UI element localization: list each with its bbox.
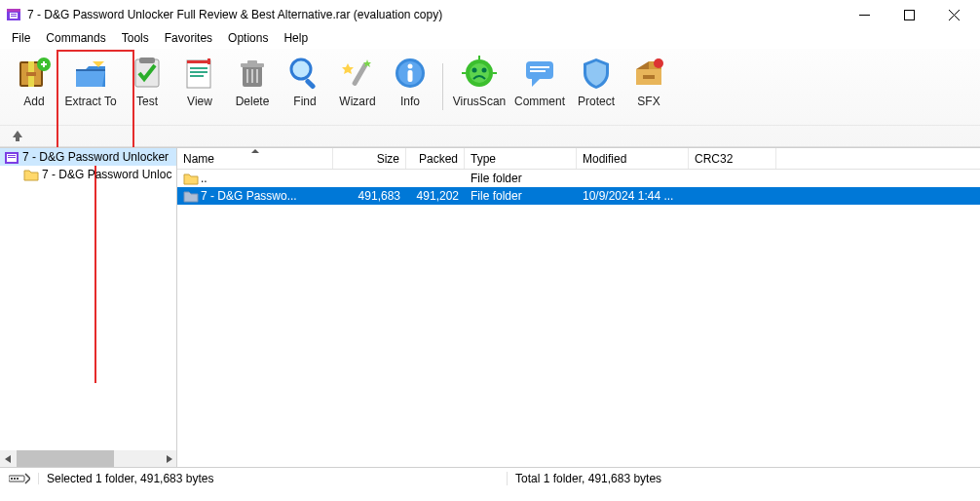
protect-label: Protect <box>578 95 615 108</box>
window-title: 7 - D&G Password Unlocker Full Review & … <box>27 8 842 21</box>
menu-favorites[interactable]: Favorites <box>157 29 220 49</box>
view-button[interactable]: View <box>173 52 226 122</box>
main-split: 7 - D&G Password Unlocker7 - D&G Passwor… <box>0 147 980 467</box>
view-label: View <box>187 95 212 108</box>
svg-rect-1 <box>7 9 20 12</box>
tree-item[interactable]: 7 - D&G Password Unlocker <box>0 148 176 166</box>
list-row[interactable]: ..File folder <box>177 170 980 187</box>
test-label: Test <box>136 95 158 108</box>
find-label: Find <box>293 95 316 108</box>
column-name[interactable]: Name <box>177 148 333 169</box>
svg-rect-15 <box>43 61 45 67</box>
file-list[interactable]: Name Size Packed Type Modified CRC32 ..F… <box>177 148 980 467</box>
extract-to-button[interactable]: Extract To <box>60 52 121 122</box>
svg-rect-59 <box>17 478 19 480</box>
svg-rect-49 <box>643 75 655 79</box>
row-name: 7 - D&G Passwo... <box>201 189 297 203</box>
add-button[interactable]: Add <box>8 52 60 122</box>
svg-rect-21 <box>190 67 207 69</box>
scroll-track[interactable] <box>17 450 160 467</box>
toolbar-separator <box>442 63 443 110</box>
svg-rect-18 <box>139 58 155 63</box>
menu-help[interactable]: Help <box>276 29 316 49</box>
nav-up-row <box>0 125 980 146</box>
column-size[interactable]: Size <box>333 148 406 169</box>
svg-rect-19 <box>187 60 210 88</box>
menu-options[interactable]: Options <box>220 29 276 49</box>
svg-rect-58 <box>14 478 16 480</box>
extract-icon <box>73 56 108 91</box>
delete-icon <box>235 56 270 91</box>
svg-rect-47 <box>530 70 546 72</box>
row-type: File folder <box>465 189 577 203</box>
tree-item-label: 7 - D&G Password Unloc <box>42 168 171 181</box>
svg-point-40 <box>472 68 477 73</box>
row-type: File folder <box>465 172 577 185</box>
column-modified[interactable]: Modified <box>577 148 689 169</box>
comment-icon <box>522 56 557 91</box>
scroll-right-button[interactable] <box>160 450 176 467</box>
protect-icon <box>579 56 614 91</box>
status-security-icon <box>0 473 39 484</box>
menu-bar: File Commands Tools Favorites Options He… <box>0 29 980 49</box>
svg-rect-3 <box>11 14 17 15</box>
tree-item[interactable]: 7 - D&G Password Unloc <box>0 166 176 183</box>
folder-tree[interactable]: 7 - D&G Password Unlocker7 - D&G Passwor… <box>0 148 177 467</box>
toolbar-area: Add Extract To Test View Delete <box>0 49 980 147</box>
sfx-button[interactable]: SFX <box>622 52 675 122</box>
comment-label: Comment <box>514 95 565 108</box>
row-packed: 491,202 <box>406 189 465 203</box>
minimize-button[interactable] <box>842 0 886 29</box>
svg-rect-30 <box>256 69 258 83</box>
archive-icon <box>4 149 19 165</box>
svg-rect-27 <box>247 60 257 64</box>
status-total: Total 1 folder, 491,683 bytes <box>507 472 980 485</box>
column-crc32[interactable]: CRC32 <box>689 148 776 169</box>
status-bar: Selected 1 folder, 491,683 bytes Total 1… <box>0 467 980 488</box>
svg-rect-12 <box>26 72 36 76</box>
toolbar: Add Extract To Test View Delete <box>0 49 980 125</box>
scroll-left-button[interactable] <box>0 450 17 467</box>
view-icon <box>182 56 217 91</box>
folder-icon <box>23 167 39 182</box>
list-row[interactable]: 7 - D&G Passwo...491,683491,202File fold… <box>177 187 980 205</box>
info-button[interactable]: Info <box>384 52 436 122</box>
svg-rect-16 <box>76 69 105 71</box>
test-icon <box>130 56 165 91</box>
svg-rect-57 <box>11 478 13 480</box>
virusscan-button[interactable]: VirusScan <box>449 52 509 122</box>
find-icon <box>287 56 322 91</box>
protect-button[interactable]: Protect <box>570 52 622 122</box>
svg-rect-55 <box>8 157 16 158</box>
add-icon <box>17 56 52 91</box>
svg-rect-29 <box>251 69 253 83</box>
tree-item-label: 7 - D&G Password Unlocker <box>22 150 169 164</box>
test-button[interactable]: Test <box>121 52 173 122</box>
wizard-button[interactable]: Wizard <box>331 52 384 122</box>
window-titlebar: 7 - D&G Password Unlocker Full Review & … <box>0 0 980 29</box>
svg-point-39 <box>470 63 489 83</box>
svg-point-50 <box>654 58 663 68</box>
column-type[interactable]: Type <box>465 148 577 169</box>
menu-tools[interactable]: Tools <box>114 29 157 49</box>
tree-horizontal-scrollbar[interactable] <box>0 450 176 467</box>
info-label: Info <box>400 95 420 108</box>
window-controls <box>842 0 976 29</box>
maximize-button[interactable] <box>886 0 931 29</box>
info-icon <box>393 56 428 91</box>
menu-commands[interactable]: Commands <box>38 29 113 49</box>
close-button[interactable] <box>931 0 976 29</box>
wizard-icon <box>340 56 375 91</box>
svg-rect-37 <box>408 70 413 82</box>
scroll-thumb[interactable] <box>17 450 114 467</box>
nav-up-button[interactable] <box>12 128 23 145</box>
delete-button[interactable]: Delete <box>226 52 279 122</box>
menu-file[interactable]: File <box>4 29 38 49</box>
svg-rect-54 <box>8 155 16 156</box>
add-label: Add <box>23 95 44 108</box>
svg-rect-22 <box>190 71 207 73</box>
row-size: 491,683 <box>333 189 406 203</box>
comment-button[interactable]: Comment <box>509 52 570 122</box>
find-button[interactable]: Find <box>279 52 331 122</box>
column-packed[interactable]: Packed <box>406 148 465 169</box>
